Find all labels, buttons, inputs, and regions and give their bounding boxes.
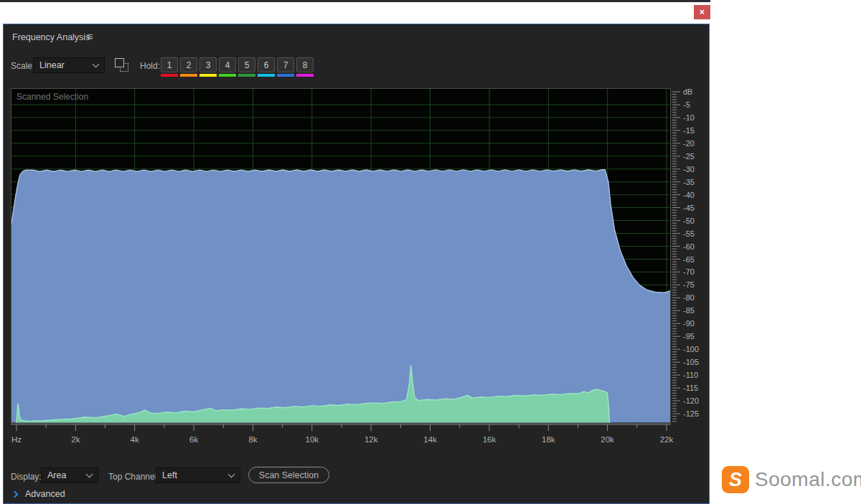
- display-select-value: Area: [47, 470, 66, 480]
- advanced-label: Advanced: [25, 489, 65, 499]
- hold-button-8[interactable]: 8: [296, 57, 314, 72]
- top-channel-select-value: Left: [162, 470, 177, 480]
- hold-slot-4: 4: [219, 57, 236, 77]
- hold-color-bar: [296, 74, 314, 77]
- panel-menu-icon[interactable]: ≡: [87, 30, 93, 42]
- svg-text:-35: -35: [683, 178, 695, 186]
- svg-text:-125: -125: [683, 409, 699, 418]
- hold-color-bar: [258, 74, 275, 77]
- copy-icon-front-square: [115, 58, 124, 67]
- hold-button-7[interactable]: 7: [277, 57, 294, 72]
- frequency-plot[interactable]: Scanned Selection: [11, 88, 671, 424]
- svg-text:-90: -90: [683, 319, 695, 328]
- scale-label: Scale:: [11, 61, 34, 71]
- svg-text:20k: 20k: [601, 435, 614, 444]
- hold-slot-5: 5: [238, 57, 255, 77]
- hold-button-5[interactable]: 5: [238, 57, 255, 72]
- hold-color-bar: [180, 74, 197, 77]
- soomal-logo-icon: S: [722, 466, 749, 493]
- hold-slot-2: 2: [180, 57, 197, 77]
- display-select[interactable]: Area: [41, 467, 98, 483]
- svg-text:-45: -45: [683, 204, 695, 212]
- svg-text:-60: -60: [683, 242, 695, 251]
- frequency-axis: Hz2k4k6k8k10k12k14k16k18k20k22k: [11, 424, 678, 448]
- svg-text:8k: 8k: [248, 435, 257, 444]
- svg-text:-110: -110: [683, 371, 698, 379]
- hold-button-2[interactable]: 2: [180, 57, 197, 72]
- svg-text:dB: dB: [683, 88, 692, 96]
- svg-text:-115: -115: [683, 384, 698, 392]
- svg-text:-120: -120: [683, 396, 699, 405]
- svg-text:-15: -15: [683, 126, 695, 135]
- scale-select-value: Linear: [39, 60, 65, 70]
- svg-text:-20: -20: [683, 139, 695, 148]
- svg-text:-65: -65: [683, 255, 695, 264]
- svg-text:-85: -85: [683, 306, 695, 315]
- hold-slot-7: 7: [277, 57, 294, 77]
- hold-button-3[interactable]: 3: [199, 57, 217, 72]
- soomal-watermark: S Soomal.com: [722, 466, 861, 493]
- svg-text:-55: -55: [683, 229, 695, 238]
- hold-slot-3: 3: [199, 57, 217, 77]
- svg-text:2k: 2k: [71, 435, 80, 444]
- hold-label: Hold:: [140, 61, 160, 71]
- chevron-right-icon: [11, 490, 19, 498]
- close-button[interactable]: ×: [694, 5, 710, 19]
- svg-text:22k: 22k: [660, 435, 674, 444]
- window-titlebar: [0, 2, 710, 24]
- svg-text:Hz: Hz: [11, 435, 22, 444]
- svg-text:-80: -80: [683, 293, 695, 302]
- chevron-down-icon: [228, 471, 235, 478]
- svg-text:-75: -75: [683, 280, 695, 289]
- panel-title: Frequency Analysis: [12, 32, 90, 42]
- hold-color-bar: [277, 74, 294, 77]
- svg-text:-30: -30: [683, 165, 695, 173]
- hold-button-4[interactable]: 4: [219, 57, 236, 72]
- copy-to-clipboard-icon[interactable]: [114, 57, 131, 75]
- soomal-logo-text: Soomal.com: [755, 468, 861, 491]
- svg-text:-10: -10: [683, 113, 695, 122]
- svg-text:6k: 6k: [189, 435, 198, 444]
- hold-color-bar: [238, 74, 255, 77]
- db-ruler: dB-5-10-15-20-25-30-35-40-45-50-55-60-65…: [672, 88, 710, 427]
- svg-text:16k: 16k: [483, 435, 497, 444]
- hold-button-group: 12345678: [161, 57, 314, 77]
- svg-text:10k: 10k: [306, 435, 319, 444]
- scale-select[interactable]: Linear: [33, 57, 105, 73]
- svg-text:-5: -5: [683, 100, 690, 109]
- hold-color-bar: [161, 74, 178, 77]
- svg-text:Scanned Selection: Scanned Selection: [17, 92, 88, 102]
- hold-color-bar: [219, 74, 236, 77]
- svg-text:-95: -95: [683, 332, 695, 341]
- svg-text:-25: -25: [683, 152, 695, 161]
- frequency-analysis-panel: Frequency Analysis ≡ Scale: Linear Hold:…: [3, 24, 710, 504]
- svg-text:4k: 4k: [131, 435, 139, 444]
- svg-text:12k: 12k: [364, 435, 378, 444]
- hold-button-1[interactable]: 1: [161, 57, 178, 72]
- chevron-down-icon: [93, 61, 100, 68]
- svg-text:-70: -70: [683, 267, 695, 276]
- svg-text:-100: -100: [683, 345, 699, 353]
- svg-text:18k: 18k: [542, 435, 555, 444]
- svg-text:-105: -105: [683, 358, 699, 366]
- hold-color-bar: [199, 74, 217, 77]
- chevron-down-icon: [86, 471, 93, 478]
- hold-slot-1: 1: [161, 57, 178, 77]
- hold-slot-6: 6: [258, 57, 275, 77]
- hold-slot-8: 8: [296, 57, 314, 77]
- hold-button-6[interactable]: 6: [258, 57, 275, 72]
- advanced-expander[interactable]: Advanced: [12, 489, 65, 499]
- top-channel-label: Top Channel:: [108, 472, 159, 482]
- svg-text:-50: -50: [683, 217, 695, 225]
- top-channel-select[interactable]: Left: [156, 467, 240, 483]
- svg-text:14k: 14k: [423, 435, 437, 444]
- display-label: Display:: [11, 472, 42, 482]
- scan-selection-button[interactable]: Scan Selection: [248, 467, 329, 483]
- svg-text:-40: -40: [683, 191, 695, 199]
